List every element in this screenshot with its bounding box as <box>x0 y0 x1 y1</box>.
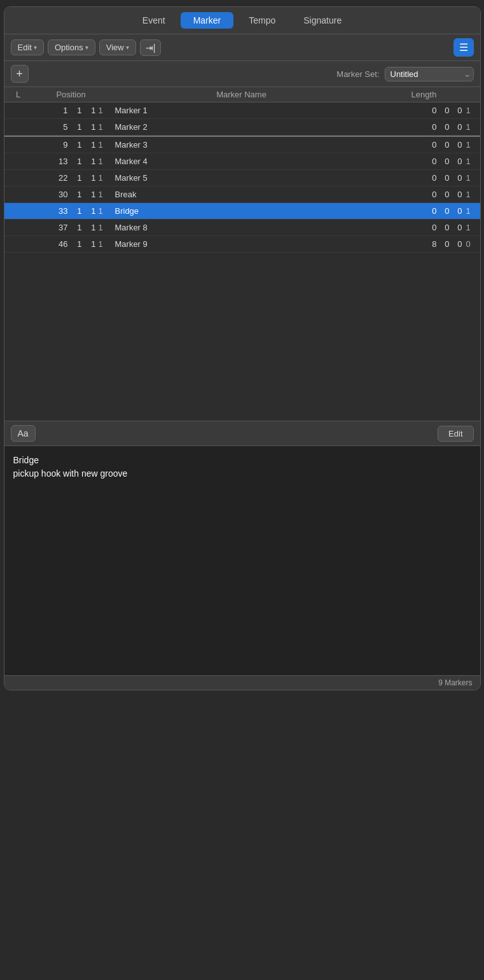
length-number: 0 <box>428 206 437 216</box>
length-tick-number: 1 <box>466 190 475 199</box>
length-number: 0 <box>441 140 450 150</box>
row-marker-name: Marker 1 <box>110 106 373 115</box>
position-number: 1 <box>71 223 82 232</box>
table-row[interactable]: 33111Bridge0001 <box>4 203 480 220</box>
position-number: 1 <box>71 122 82 132</box>
tick-number: 1 <box>99 106 107 115</box>
tab-bar: EventMarkerTempoSignature <box>4 7 480 34</box>
options-chevron-icon: ▾ <box>85 44 88 51</box>
add-marker-button[interactable]: + <box>11 65 29 83</box>
table-row[interactable]: 13111Marker 40001 <box>4 153 480 170</box>
length-number: 0 <box>453 140 462 150</box>
edit-chevron-icon: ▾ <box>34 44 37 51</box>
toolbar: Edit ▾ Options ▾ View ▾ ⇥| ☰ <box>4 34 480 61</box>
position-number: 1 <box>71 140 82 150</box>
length-number: 0 <box>441 106 450 115</box>
row-position-cell: 30111 <box>27 190 110 199</box>
marker-table: 1111Marker 100015111Marker 200019111Mark… <box>4 102 480 421</box>
row-marker-name: Marker 8 <box>110 223 373 232</box>
row-marker-name: Break <box>110 190 373 199</box>
tick-number: 1 <box>99 157 107 166</box>
position-number: 1 <box>71 206 82 216</box>
position-number: 37 <box>57 223 68 232</box>
row-position-cell: 1111 <box>27 106 110 115</box>
position-number: 1 <box>85 122 96 132</box>
length-tick-number: 1 <box>466 157 475 166</box>
options-menu-button[interactable]: Options ▾ <box>48 39 95 55</box>
position-number: 1 <box>71 190 82 199</box>
row-marker-name: Bridge <box>110 206 373 216</box>
table-row[interactable]: 9111Marker 30001 <box>4 136 480 153</box>
table-row[interactable]: 37111Marker 80001 <box>4 220 480 236</box>
main-window: EventMarkerTempoSignature Edit ▾ Options… <box>4 6 481 690</box>
length-number: 0 <box>453 206 462 216</box>
table-row[interactable]: 30111Break0001 <box>4 186 480 203</box>
row-length-cell: 0001 <box>373 157 475 166</box>
add-icon: + <box>16 67 23 81</box>
marker-count: 9 Markers <box>438 678 472 687</box>
tab-tempo[interactable]: Tempo <box>236 12 288 29</box>
col-header-length: Length <box>373 90 475 99</box>
row-length-cell: 0001 <box>373 190 475 199</box>
col-header-l: L <box>10 90 27 99</box>
tick-number: 1 <box>99 223 107 232</box>
length-tick-number: 1 <box>466 223 475 232</box>
tick-number: 1 <box>99 190 107 199</box>
position-number: 1 <box>85 190 96 199</box>
row-marker-name: Marker 5 <box>110 173 373 183</box>
edit-menu-button[interactable]: Edit ▾ <box>11 39 44 55</box>
row-position-cell: 22111 <box>27 173 110 183</box>
row-marker-name: Marker 4 <box>110 157 373 166</box>
table-row[interactable]: 1111Marker 10001 <box>4 102 480 119</box>
row-length-cell: 0001 <box>373 206 475 216</box>
position-number: 1 <box>71 157 82 166</box>
position-number: 1 <box>85 173 96 183</box>
list-view-button[interactable]: ☰ <box>453 38 474 57</box>
length-number: 0 <box>428 106 437 115</box>
length-number: 0 <box>453 106 462 115</box>
status-bar: 9 Markers <box>4 675 480 690</box>
length-number: 0 <box>441 173 450 183</box>
table-row[interactable]: 46111Marker 98000 <box>4 236 480 253</box>
table-row[interactable]: 5111Marker 20001 <box>4 119 480 136</box>
length-number: 0 <box>428 173 437 183</box>
marker-set-label: Marker Set: <box>34 69 380 79</box>
length-number: 0 <box>441 157 450 166</box>
row-length-cell: 8000 <box>373 239 475 249</box>
position-number: 1 <box>57 106 68 115</box>
length-tick-number: 1 <box>466 106 475 115</box>
table-header: L Position Marker Name Length <box>4 87 480 102</box>
length-number: 0 <box>428 223 437 232</box>
options-label: Options <box>55 43 83 52</box>
note-line: pickup hook with new groove <box>13 467 471 480</box>
position-number: 9 <box>57 140 68 150</box>
row-length-cell: 0001 <box>373 122 475 132</box>
position-number: 13 <box>57 157 68 166</box>
length-number: 0 <box>453 239 462 249</box>
marker-set-select-wrap: Untitled <box>385 67 474 81</box>
col-header-marker-name: Marker Name <box>110 90 373 99</box>
tab-event[interactable]: Event <box>130 12 178 29</box>
length-number: 0 <box>428 122 437 132</box>
view-menu-button[interactable]: View ▾ <box>99 39 136 55</box>
font-button[interactable]: Aa <box>11 425 36 442</box>
position-number: 1 <box>71 239 82 249</box>
position-number: 1 <box>71 173 82 183</box>
table-row[interactable]: 22111Marker 50001 <box>4 170 480 186</box>
bottom-edit-button[interactable]: Edit <box>438 426 473 442</box>
length-number: 0 <box>453 190 462 199</box>
row-position-cell: 46111 <box>27 239 110 249</box>
marker-set-select[interactable]: Untitled <box>385 67 474 81</box>
length-number: 0 <box>441 122 450 132</box>
row-marker-name: Marker 2 <box>110 122 373 132</box>
snap-button[interactable]: ⇥| <box>140 39 162 56</box>
row-marker-name: Marker 9 <box>110 239 373 249</box>
tab-marker[interactable]: Marker <box>181 12 234 29</box>
position-number: 1 <box>85 206 96 216</box>
length-number: 8 <box>428 239 437 249</box>
tab-signature[interactable]: Signature <box>291 12 354 29</box>
note-line: Bridge <box>13 454 471 467</box>
bottom-edit-label: Edit <box>448 429 462 438</box>
length-number: 0 <box>428 190 437 199</box>
position-number: 22 <box>57 173 68 183</box>
